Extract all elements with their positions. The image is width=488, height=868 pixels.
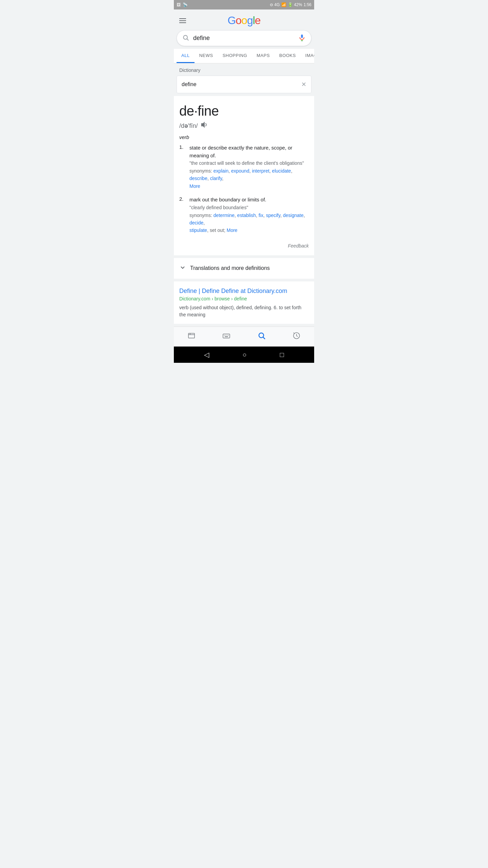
feedback-link[interactable]: Feedback — [288, 243, 309, 249]
top-bar: Google — [174, 9, 314, 30]
svg-rect-2 — [301, 35, 303, 38]
synonyms-label-1: synonyms: — [189, 168, 212, 174]
tab-maps[interactable]: MAPS — [252, 49, 274, 63]
back-button[interactable]: ◁ — [204, 351, 209, 359]
signal-icon: 📶 — [281, 2, 286, 7]
chevron-down-icon — [179, 264, 186, 273]
tab-shopping[interactable]: SHOPPING — [218, 49, 252, 63]
synonym-expound[interactable]: expound — [231, 168, 249, 174]
word-title: de·fine — [179, 103, 309, 119]
def-text-1: state or describe exactly the nature, sc… — [189, 144, 309, 159]
svg-line-16 — [263, 337, 265, 339]
dictionary-search-term: define — [182, 81, 301, 87]
battery-label: 42% — [294, 2, 302, 7]
search-icon — [182, 34, 189, 42]
definition-list: 1. state or describe exactly the nature,… — [179, 144, 309, 236]
synonym-elucidate[interactable]: elucidate — [272, 168, 291, 174]
synonyms-row-2: synonyms: determine, establish, fix, spe… — [189, 212, 309, 234]
logo-e: e — [255, 14, 261, 26]
phonetic-text: /də'fīn/ — [179, 122, 198, 130]
bottom-nav — [174, 327, 314, 347]
translations-text: Translations and more definitions — [190, 265, 270, 271]
tab-images[interactable]: IMAGES — [301, 49, 314, 63]
synonym-clarify[interactable]: clarify — [210, 176, 222, 181]
def-example-2: "clearly defined boundaries" — [189, 205, 309, 210]
svg-marker-5 — [201, 122, 205, 128]
svg-line-1 — [187, 39, 189, 41]
mic-icon[interactable] — [298, 34, 306, 42]
hamburger-button[interactable] — [179, 18, 186, 23]
def-example-1: "the contract will seek to define the cl… — [189, 160, 309, 166]
dictionary-search-box[interactable]: define ✕ — [177, 76, 311, 93]
feedback-row: Feedback — [179, 240, 309, 250]
def-number-2: 2. — [179, 196, 186, 236]
result-snippet: verb (used without object), defined, def… — [179, 304, 309, 318]
nav-tabs[interactable] — [182, 330, 201, 343]
definition-item-1: 1. state or describe exactly the nature,… — [179, 144, 309, 191]
logo-g: G — [227, 14, 236, 26]
search-nav-icon — [258, 332, 266, 342]
def-content-1: state or describe exactly the nature, sc… — [189, 144, 309, 191]
tab-books[interactable]: BOOKS — [274, 49, 301, 63]
synonym-describe[interactable]: describe — [189, 176, 207, 181]
more-link-1[interactable]: More — [189, 183, 200, 189]
svg-line-18 — [293, 333, 294, 334]
more-link-2[interactable]: More — [227, 228, 238, 233]
nav-search[interactable] — [252, 330, 271, 343]
sound-icon[interactable] — [200, 121, 208, 130]
wifi-icon: 📡 — [183, 2, 188, 7]
translations-row[interactable]: Translations and more definitions — [174, 258, 314, 279]
svg-rect-9 — [223, 334, 230, 338]
def-number-1: 1. — [179, 144, 186, 191]
def-text-2: mark out the boundary or limits of. — [189, 196, 309, 204]
tabs-icon — [187, 332, 196, 342]
result-title[interactable]: Define | Define Define at Dictionary.com — [179, 287, 309, 295]
tab-all[interactable]: ALL — [177, 49, 195, 63]
search-bar[interactable]: define — [177, 30, 311, 46]
keyboard-icon — [222, 332, 230, 342]
synonym-explain[interactable]: explain — [214, 168, 228, 174]
synonyms-label-2: synonyms: — [189, 213, 212, 218]
synonyms-row-1: synonyms: explain, expound, interpret, e… — [189, 167, 309, 190]
nav-history[interactable] — [287, 330, 306, 343]
search-tabs: ALL NEWS SHOPPING MAPS BOOKS IMAGES — [174, 49, 314, 63]
part-of-speech: verb — [179, 134, 309, 140]
recent-button[interactable]: □ — [280, 351, 284, 359]
synonym-fix[interactable]: fix — [259, 213, 263, 218]
time-label: 1:56 — [304, 2, 311, 7]
search-result-card: Define | Define Define at Dictionary.com… — [174, 281, 314, 324]
set-out-text: set out; — [210, 228, 225, 233]
svg-point-15 — [259, 333, 264, 338]
synonym-stipulate[interactable]: stipulate — [189, 228, 207, 233]
dnd-icon: ⊖ — [270, 2, 273, 7]
svg-rect-6 — [188, 333, 195, 338]
status-bar-left: 🖼 📡 — [177, 2, 188, 7]
image-icon: 🖼 — [177, 2, 181, 7]
status-bar-right: ⊖ 4G 📶 🔋 42% 1:56 — [270, 2, 311, 7]
synonym-designate[interactable]: designate — [283, 213, 304, 218]
result-url: Dictionary.com › browse › define — [179, 296, 309, 301]
search-query: define — [193, 35, 294, 42]
tab-news[interactable]: NEWS — [195, 49, 218, 63]
definition-card: de·fine /də'fīn/ verb 1. state or descri… — [174, 96, 314, 255]
synonym-interpret[interactable]: interpret — [252, 168, 269, 174]
dictionary-section-label: Dictionary — [174, 63, 314, 76]
svg-point-0 — [183, 35, 187, 39]
nav-keyboard[interactable] — [217, 330, 236, 343]
google-logo: Google — [227, 14, 260, 27]
synonym-specify[interactable]: specify — [266, 213, 281, 218]
logo-o2: o — [241, 14, 247, 26]
status-bar: 🖼 📡 ⊖ 4G 📶 🔋 42% 1:56 — [174, 0, 314, 9]
synonym-establish[interactable]: establish — [237, 213, 256, 218]
battery-icon: 🔋 — [288, 2, 293, 7]
system-nav: ◁ ○ □ — [174, 347, 314, 363]
synonym-decide[interactable]: decide — [189, 220, 203, 225]
home-button[interactable]: ○ — [242, 351, 246, 359]
main-content: Dictionary define ✕ de·fine /də'fīn/ ver… — [174, 63, 314, 324]
history-icon — [292, 332, 301, 342]
phonetic-row: /də'fīn/ — [179, 121, 309, 130]
synonym-determine[interactable]: determine — [214, 213, 235, 218]
logo-o1: o — [236, 14, 241, 26]
clear-icon[interactable]: ✕ — [301, 81, 306, 88]
def-content-2: mark out the boundary or limits of. "cle… — [189, 196, 309, 236]
